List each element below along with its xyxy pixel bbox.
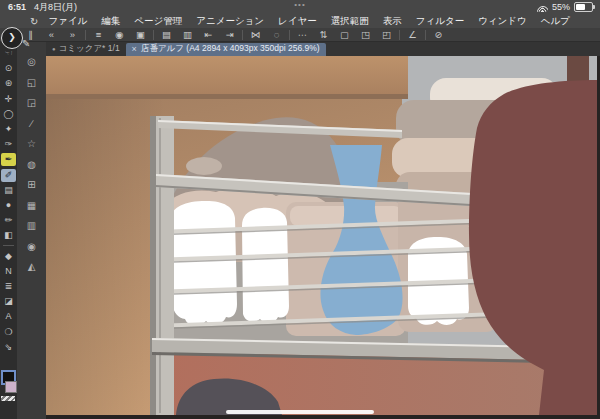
menu-page-manage[interactable]: ページ管理	[134, 15, 182, 28]
prev-page-icon[interactable]: ⇤	[198, 28, 219, 41]
reset-rotate-icon[interactable]: ◌	[266, 28, 287, 41]
text-tool[interactable]: A	[1, 310, 16, 323]
document-title: 店番アルフ (A4 2894 x 4093px 350dpi 256.9%)	[141, 43, 320, 55]
material-star-icon[interactable]: ☆	[23, 138, 40, 150]
pen-tool-selected[interactable]: ✒	[1, 153, 16, 166]
art-white-towel-2	[242, 208, 289, 323]
eyedropper-tool[interactable]: ✑	[1, 138, 16, 151]
battery-icon	[574, 2, 593, 12]
menu-bar: ↻ ファイル 編集 ページ管理 アニメーション レイヤー 選択範囲 表示 フィル…	[0, 14, 600, 28]
quick-access-palette: ◎ ◱ ◲ ∕ ☆ ◍ ⊞ ▦ ▥ ◉ ◭	[17, 42, 46, 419]
color-swatches	[0, 368, 17, 408]
new-page-icon[interactable]: ▤	[156, 28, 177, 41]
select-crop-icon[interactable]: ◳	[355, 28, 376, 41]
artwork-illustration	[46, 56, 597, 415]
auto-select-tool[interactable]: ✦	[1, 123, 16, 136]
stamp-icon[interactable]: ◉	[23, 241, 40, 253]
art-post-line	[159, 118, 161, 413]
menu-layer[interactable]: レイヤー	[278, 15, 317, 28]
brush-stroke-icon[interactable]: ∕	[23, 118, 40, 130]
magnifier-icon[interactable]: ◎	[23, 56, 40, 68]
pan-tool[interactable]: ☜	[1, 47, 16, 60]
stream-line-tool[interactable]: ⇘	[1, 341, 16, 354]
unsaved-dot-icon: ●	[52, 46, 56, 52]
move-layer-tool[interactable]: ✛	[1, 93, 16, 106]
clock: 6:51	[8, 2, 26, 12]
tab-active-document[interactable]: × 店番アルフ (A4 2894 x 4093px 350dpi 256.9%)	[126, 43, 326, 56]
marker-tool-selected[interactable]: ✐	[1, 169, 16, 182]
panel-layout-icon[interactable]: ▦	[23, 200, 40, 212]
menu-file[interactable]: ファイル	[48, 15, 87, 28]
airbrush-tool[interactable]: ◧	[1, 229, 16, 242]
pencil-icon: ✎	[22, 38, 30, 49]
menu-view[interactable]: 表示	[383, 15, 402, 28]
tool-palette: ☜ ⊙ ⊛ ✛ ◯ ✦ ✑ ✒ ✐ ▤ ● ✏ ◧ ◆ N ≣ ◪ A ❍ ⇘	[0, 42, 17, 419]
balloon-solid-tool[interactable]: ●	[1, 199, 16, 212]
menu-selection[interactable]: 選択範囲	[331, 15, 369, 28]
card-list-icon[interactable]: ▥	[23, 220, 40, 232]
battery-percent: 55%	[552, 2, 570, 12]
balloon-tool[interactable]: ❍	[1, 326, 16, 339]
frame-panel-fx-icon[interactable]: ◲	[23, 97, 40, 109]
main-menu-icon[interactable]: ≡	[88, 28, 109, 41]
status-bar: 6:51 4月8日(月) ••• 55%	[0, 0, 600, 14]
art-wall-shadow	[46, 99, 166, 415]
multitask-dots-icon: •••	[294, 0, 305, 9]
canvas-area[interactable]	[46, 56, 600, 419]
clip-studio-paint-window: 6:51 4月8日(月) ••• 55% ↻ ファイル 編集 ページ管理 アニメ…	[0, 0, 600, 419]
sub-color-swatch[interactable]	[5, 381, 17, 393]
wifi-icon	[537, 3, 548, 12]
date-label: 4月8日(月)	[34, 1, 77, 14]
expand-collapse-icon[interactable]: ⇅	[313, 28, 334, 41]
transparent-color-swatch[interactable]	[1, 396, 15, 401]
menu-animation[interactable]: アニメーション	[196, 15, 264, 28]
art-white-towel-1	[170, 201, 237, 326]
menu-filter[interactable]: フィルター	[416, 15, 464, 28]
preview-eye-icon[interactable]: ◉	[109, 28, 130, 41]
document-tab-bar: ● コミックア* 1/1 × 店番アルフ (A4 2894 x 4093px 3…	[46, 42, 600, 56]
menu-window[interactable]: ウィンドウ	[478, 15, 527, 28]
lock-icon[interactable]: ▣	[130, 28, 151, 41]
text-dense-tool[interactable]: ▤	[1, 184, 16, 197]
command-bar: ∥ « » ≡ ◉ ▣ ▤ ▥ ⇤ ⇥ ⋈ ◌ ⋯ ⇅ ▢ ◳ ◰ ∠ ⊘	[0, 28, 600, 42]
seal-icon[interactable]: ◭	[23, 261, 40, 273]
art-post-side	[150, 116, 156, 415]
gradient-tool[interactable]: ◪	[1, 295, 16, 308]
more-options-icon[interactable]: ⋯	[292, 28, 313, 41]
close-tab-icon[interactable]: ×	[132, 44, 137, 54]
home-indicator[interactable]	[226, 410, 374, 414]
pencil-tool[interactable]: ✏	[1, 214, 16, 227]
menu-help[interactable]: ヘルプ	[541, 15, 570, 28]
flip-horizontal-icon[interactable]: ⋈	[245, 28, 266, 41]
tool-divider	[3, 245, 14, 246]
next-page-icon[interactable]: ⇥	[219, 28, 240, 41]
line-angle-icon[interactable]: ∠	[402, 28, 423, 41]
grid-icon[interactable]: ⊞	[23, 179, 40, 191]
menu-edit[interactable]: 編集	[101, 15, 120, 28]
fill-bucket-tool[interactable]: ◆	[1, 250, 16, 263]
clear-filter-icon[interactable]: ⊘	[428, 28, 449, 41]
select-corner-icon[interactable]: ◰	[376, 28, 397, 41]
select-area-icon[interactable]: ▢	[334, 28, 355, 41]
frame-border-tool[interactable]: ≣	[1, 280, 16, 293]
figure-tool[interactable]: N	[1, 265, 16, 278]
tab-page-manager[interactable]: ● コミックア* 1/1	[46, 42, 126, 56]
undo-icon[interactable]: «	[41, 28, 62, 41]
redo-icon[interactable]: »	[62, 28, 83, 41]
zoom-tool[interactable]: ⊙	[1, 62, 16, 75]
app-sync-icon[interactable]: ↻	[30, 16, 38, 27]
page-manager-label: コミックア* 1/1	[59, 43, 120, 55]
spread-page-icon[interactable]: ▥	[177, 28, 198, 41]
web-material-icon[interactable]: ◍	[23, 159, 40, 171]
art-gray-towel-highlight	[186, 157, 222, 175]
frame-panel-icon[interactable]: ◱	[23, 77, 40, 89]
selection-tool[interactable]: ◯	[1, 108, 16, 121]
tool-drawer-toggle-button[interactable]: ❯	[1, 27, 23, 49]
operate-tool[interactable]: ⊛	[1, 77, 16, 90]
art-wood-shelf	[46, 56, 408, 94]
art-wood-edge	[46, 94, 408, 99]
art-post-front	[156, 116, 174, 415]
